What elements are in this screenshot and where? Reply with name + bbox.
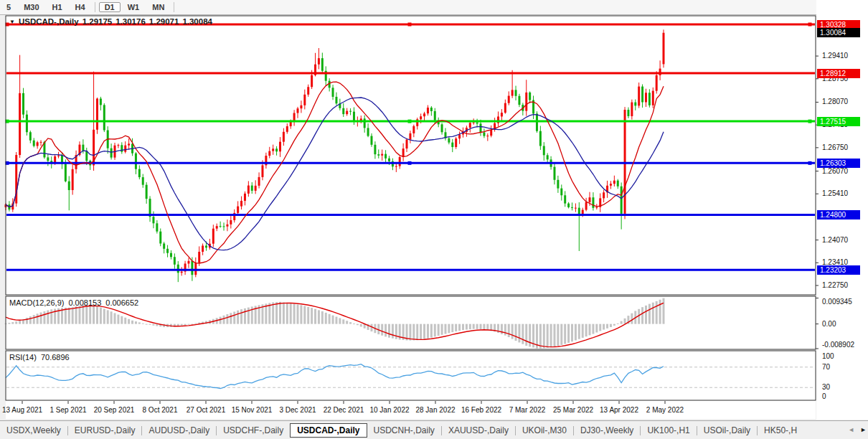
chart-tab-audusd-daily[interactable]: AUDUSD-,Daily bbox=[142, 423, 216, 438]
current-price-badge: 1.30084 bbox=[817, 28, 860, 37]
date-tick-label: 25 Mar 2022 bbox=[547, 406, 600, 414]
rsi-axis-label: 70 bbox=[822, 363, 865, 371]
price-tick-label: 1.28070 bbox=[822, 98, 865, 105]
rsi-name: RSI(14) bbox=[9, 353, 37, 362]
date-tick-label: 22 Dec 2021 bbox=[317, 406, 370, 414]
macd-axis-label: 0.00 bbox=[822, 320, 865, 328]
price-level-badge: 1.23203 bbox=[817, 265, 860, 275]
tab-scroll-arrows: ◄ ► bbox=[848, 422, 867, 438]
chart-tab-eurusd-daily[interactable]: EURUSD-,Daily bbox=[68, 423, 142, 438]
ohlc-open: 1.29175 bbox=[82, 17, 113, 26]
date-tick-label: 27 Oct 2021 bbox=[179, 406, 232, 414]
macd-axis-label: 0.009345 bbox=[822, 298, 865, 306]
tabs-scroll-right-icon[interactable]: ► bbox=[860, 426, 867, 433]
main-chart-panel[interactable] bbox=[6, 16, 816, 295]
price-level-badge: 1.24800 bbox=[817, 210, 860, 220]
price-tick-label: 1.26750 bbox=[822, 143, 865, 151]
chart-tabs: USDX,WeeklyEURUSD-,DailyAUDUSD-,DailyUSD… bbox=[0, 421, 849, 439]
chart-tab-usdx-weekly[interactable]: USDX,Weekly bbox=[0, 423, 67, 438]
rsi-axis-label: 100 bbox=[822, 352, 865, 360]
price-tick-label: 1.24070 bbox=[822, 236, 865, 244]
price-level-badge: 1.26303 bbox=[817, 159, 860, 168]
macd-signal-value: 0.006652 bbox=[105, 298, 138, 307]
ohlc-low: 1.29071 bbox=[149, 17, 179, 26]
rsi-value: 70.6896 bbox=[41, 353, 70, 362]
price-tick-label: 1.29410 bbox=[822, 52, 865, 60]
price-level-badge: 1.27515 bbox=[817, 117, 860, 126]
rsi-axis-label: 30 bbox=[822, 383, 865, 391]
price-level-badge: 1.28912 bbox=[817, 69, 860, 78]
chart-tab-usdcnh-daily[interactable]: USDCNH-,Daily bbox=[367, 423, 441, 438]
chart-tab-dj30-weekly[interactable]: DJ30-,Weekly bbox=[574, 423, 640, 438]
chart-dropdown-icon[interactable]: ▼ bbox=[9, 19, 15, 25]
chart-tab-uk100-h1[interactable]: UK100-,H1 bbox=[641, 423, 696, 438]
macd-label: MACD(12,26,9) 0.008153 0.006652 bbox=[9, 298, 138, 307]
chart-tab-hk50-h[interactable]: HK50-,H bbox=[758, 423, 803, 438]
date-tick-label: 13 Apr 2022 bbox=[593, 406, 646, 414]
chart-tab-usdchf-daily[interactable]: USDCHF-,Daily bbox=[217, 423, 290, 438]
macd-name: MACD(12,26,9) bbox=[9, 298, 64, 307]
ohlc-close: 1.30084 bbox=[182, 17, 212, 26]
date-tick-label: 8 Oct 2021 bbox=[133, 406, 187, 414]
date-tick-label: 20 Sep 2021 bbox=[88, 406, 141, 414]
rsi-axis-label: 0 bbox=[822, 392, 865, 400]
chart-tab-bar: USDX,WeeklyEURUSD-,DailyAUDUSD-,DailyUSD… bbox=[0, 420, 868, 439]
chart-title: ▼ USDCAD-,Daily 1.29175 1.30176 1.29071 … bbox=[9, 17, 212, 26]
rsi-panel[interactable] bbox=[6, 351, 816, 400]
price-tick-label: 1.22750 bbox=[822, 281, 865, 289]
macd-axis-label: -0.008902 bbox=[822, 341, 865, 349]
date-tick-label: 2 May 2022 bbox=[638, 406, 692, 414]
chart-symbol-label: USDCAD-,Daily bbox=[19, 17, 79, 26]
date-tick-label: 15 Nov 2021 bbox=[225, 406, 278, 414]
date-tick-label: 3 Dec 2021 bbox=[271, 406, 324, 414]
rsi-label: RSI(14) 70.6896 bbox=[9, 353, 70, 362]
date-tick-label: 7 Mar 2022 bbox=[501, 406, 554, 414]
mt4-window: 5M30H1H4D1W1MN ▼ USDCAD-,Daily 1.29175 1… bbox=[0, 0, 868, 439]
chart-tab-xauusd-daily[interactable]: XAUUSD-,Daily bbox=[442, 423, 515, 438]
ohlc-high: 1.30176 bbox=[115, 17, 146, 26]
date-tick-label: 16 Feb 2022 bbox=[455, 406, 508, 414]
chart-tab-usdcad-daily[interactable]: USDCAD-,Daily bbox=[290, 423, 367, 438]
price-tick-label: 1.26070 bbox=[822, 167, 865, 175]
tabs-scroll-left-icon[interactable]: ◄ bbox=[848, 426, 854, 433]
chart-tab-ukoil-m30[interactable]: UKOil-,M30 bbox=[516, 423, 573, 438]
macd-main-value: 0.008153 bbox=[68, 298, 101, 307]
date-tick-label: 1 Sep 2021 bbox=[42, 406, 95, 414]
date-tick-label: 10 Jan 2022 bbox=[363, 406, 416, 414]
date-tick-label: 28 Jan 2022 bbox=[409, 406, 462, 414]
price-tick-label: 1.25410 bbox=[822, 189, 865, 197]
chart-tab-usoil-daily[interactable]: USOil-,Daily bbox=[697, 423, 757, 438]
